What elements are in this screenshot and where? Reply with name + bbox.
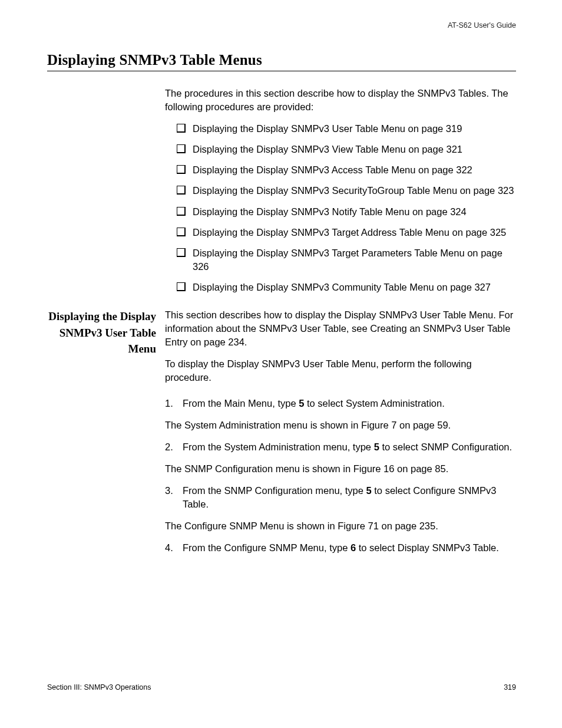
step-text-a: From the SNMP Configuration menu, type bbox=[183, 485, 366, 496]
step-text: From the Configure SNMP Menu, type 6 to … bbox=[183, 541, 516, 555]
step-number: 3. bbox=[165, 484, 177, 511]
list-item-text: Displaying the Display SNMPv3 Access Tab… bbox=[193, 163, 516, 177]
checkbox-icon bbox=[177, 228, 186, 236]
subsection: Displaying the Display SNMPv3 User Table… bbox=[165, 308, 516, 555]
step-text-a: From the System Administration menu, typ… bbox=[183, 442, 374, 452]
step-text-b: to select System Administration. bbox=[304, 398, 444, 409]
footer-page-number: 319 bbox=[504, 683, 516, 691]
page-footer: Section III: SNMPv3 Operations 319 bbox=[47, 683, 516, 691]
running-head: AT-S62 User's Guide bbox=[448, 21, 516, 29]
step-note: The SNMP Configuration menu is shown in … bbox=[165, 462, 516, 476]
step-item: 2. From the System Administration menu, … bbox=[165, 440, 516, 454]
checkbox-icon bbox=[177, 124, 186, 133]
intro-paragraph: The procedures in this section describe … bbox=[165, 87, 516, 114]
step-bold-number: 5 bbox=[366, 485, 372, 496]
list-item-text: Displaying the Display SNMPv3 Notify Tab… bbox=[193, 205, 516, 219]
step-item: 1. From the Main Menu, type 5 to select … bbox=[165, 397, 516, 410]
step-number: 4. bbox=[165, 541, 177, 555]
step-text: From the SNMP Configuration menu, type 5… bbox=[183, 484, 516, 511]
step-note: The System Administration menu is shown … bbox=[165, 419, 516, 432]
step-item: 4. From the Configure SNMP Menu, type 6 … bbox=[165, 541, 516, 555]
list-item: Displaying the Display SNMPv3 Community … bbox=[177, 281, 516, 294]
checkbox-icon bbox=[177, 282, 186, 291]
page-title: Displaying SNMPv3 Table Menus bbox=[47, 52, 516, 68]
step-text-b: to select Display SNMPv3 Table. bbox=[356, 542, 499, 553]
checkbox-icon bbox=[177, 186, 186, 195]
list-item: Displaying the Display SNMPv3 View Table… bbox=[177, 143, 516, 156]
page: AT-S62 User's Guide Displaying SNMPv3 Ta… bbox=[0, 0, 562, 728]
body-column: The procedures in this section describe … bbox=[165, 87, 516, 555]
list-item-text: Displaying the Display SNMPv3 User Table… bbox=[193, 122, 516, 136]
bullet-list: Displaying the Display SNMPv3 User Table… bbox=[177, 122, 516, 294]
step-text: From the System Administration menu, typ… bbox=[183, 440, 516, 454]
list-item-text: Displaying the Display SNMPv3 Community … bbox=[193, 281, 516, 294]
footer-section-label: Section III: SNMPv3 Operations bbox=[47, 683, 151, 691]
step-text: From the Main Menu, type 5 to select Sys… bbox=[183, 397, 516, 410]
subsection-paragraph: To display the Display SNMPv3 User Table… bbox=[165, 357, 516, 384]
step-text-a: From the Configure SNMP Menu, type bbox=[183, 542, 351, 553]
checkbox-icon bbox=[177, 248, 186, 257]
ordered-list: 1. From the Main Menu, type 5 to select … bbox=[165, 397, 516, 555]
list-item: Displaying the Display SNMPv3 User Table… bbox=[177, 122, 516, 136]
list-item-text: Displaying the Display SNMPv3 View Table… bbox=[193, 143, 516, 156]
list-item: Displaying the Display SNMPv3 Target Par… bbox=[177, 246, 516, 274]
step-note: The Configure SNMP Menu is shown in Figu… bbox=[165, 519, 516, 533]
step-item: 3. From the SNMP Configuration menu, typ… bbox=[165, 484, 516, 511]
subsection-paragraph: This section describes how to display th… bbox=[165, 308, 516, 349]
step-bold-number: 6 bbox=[351, 542, 356, 553]
step-text-b: to select SNMP Configuration. bbox=[379, 442, 512, 452]
list-item: Displaying the Display SNMPv3 Target Add… bbox=[177, 226, 516, 239]
list-item-text: Displaying the Display SNMPv3 SecurityTo… bbox=[193, 184, 516, 197]
step-text-a: From the Main Menu, type bbox=[183, 398, 299, 409]
list-item-text: Displaying the Display SNMPv3 Target Par… bbox=[193, 246, 516, 274]
checkbox-icon bbox=[177, 144, 186, 153]
step-bold-number: 5 bbox=[299, 398, 304, 409]
title-rule bbox=[47, 71, 516, 71]
side-heading: Displaying the Display SNMPv3 User Table… bbox=[47, 308, 156, 357]
list-item: Displaying the Display SNMPv3 SecurityTo… bbox=[177, 184, 516, 197]
list-item-text: Displaying the Display SNMPv3 Target Add… bbox=[193, 226, 516, 239]
checkbox-icon bbox=[177, 165, 186, 174]
step-bold-number: 5 bbox=[374, 442, 379, 452]
step-number: 1. bbox=[165, 397, 177, 410]
checkbox-icon bbox=[177, 207, 186, 216]
list-item: Displaying the Display SNMPv3 Access Tab… bbox=[177, 163, 516, 177]
list-item: Displaying the Display SNMPv3 Notify Tab… bbox=[177, 205, 516, 219]
step-number: 2. bbox=[165, 440, 177, 454]
